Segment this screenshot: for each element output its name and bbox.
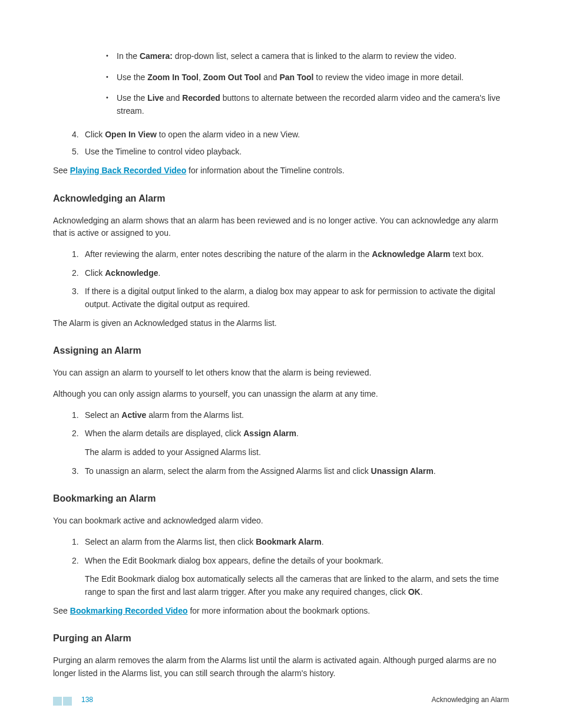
step-item: 3.If there is a digital output linked to…: [72, 285, 509, 311]
bullet-item: Use the Live and Recorded buttons to alt…: [106, 92, 509, 117]
acknowledging-intro: Acknowledging an alarm shows that an ala…: [53, 215, 509, 240]
step-item: 1.Select an alarm from the Alarms list, …: [72, 536, 509, 549]
purging-intro: Purging an alarm removes the alarm from …: [53, 654, 509, 680]
see-bookmark-paragraph: See Bookmarking Recorded Video for more …: [53, 605, 509, 618]
playing-back-recorded-video-link[interactable]: Playing Back Recorded Video: [70, 166, 186, 175]
bookmarking-substep: The Edit Bookmark dialog box automatical…: [85, 573, 509, 598]
assigning-intro-2: Although you can only assign alarms to y…: [53, 388, 509, 401]
step-item: 1.Select an Active alarm from the Alarms…: [72, 409, 509, 422]
bookmarking-steps: 1.Select an alarm from the Alarms list, …: [72, 536, 509, 599]
assigning-substep: The alarm is added to your Assigned Alar…: [85, 446, 509, 459]
assigning-heading: Assigning an Alarm: [53, 344, 509, 358]
see-playback-paragraph: See Playing Back Recorded Video for info…: [53, 164, 509, 177]
step-item: 2.When the alarm details are displayed, …: [72, 427, 509, 459]
acknowledging-heading: Acknowledging an Alarm: [53, 192, 509, 206]
footer-logo-icon: [53, 695, 75, 706]
bookmarking-recorded-video-link[interactable]: Bookmarking Recorded Video: [70, 606, 188, 615]
page-footer: 138 Acknowledging an Alarm: [53, 694, 509, 706]
step-item: 2.Click Acknowledge.: [72, 267, 509, 280]
assigning-steps: 1.Select an Active alarm from the Alarms…: [72, 409, 509, 478]
bullet-item: In the Camera: drop-down list, select a …: [106, 50, 509, 63]
footer-section-title: Acknowledging an Alarm: [432, 694, 509, 706]
bookmarking-intro: You can bookmark active and acknowledged…: [53, 515, 509, 528]
page-number: 138: [81, 694, 93, 706]
continued-steps: 4.Click Open In View to open the alarm v…: [72, 129, 509, 159]
acknowledging-steps: 1.After reviewing the alarm, enter notes…: [72, 248, 509, 311]
step-item: 1.After reviewing the alarm, enter notes…: [72, 248, 509, 261]
assigning-intro-1: You can assign an alarm to yourself to l…: [53, 367, 509, 380]
acknowledging-outro: The Alarm is given an Acknowledged statu…: [53, 317, 509, 330]
step-item: 4.Click Open In View to open the alarm v…: [72, 129, 509, 141]
camera-review-bullets: In the Camera: drop-down list, select a …: [106, 50, 509, 118]
step-item: 2.When the Edit Bookmark dialog box appe…: [72, 555, 509, 599]
bookmarking-heading: Bookmarking an Alarm: [53, 492, 509, 506]
step-item: 5.Use the Timeline to control video play…: [72, 146, 509, 159]
bullet-item: Use the Zoom In Tool, Zoom Out Tool and …: [106, 71, 509, 84]
purging-heading: Purging an Alarm: [53, 631, 509, 646]
footer-left: 138: [53, 694, 93, 706]
step-item: 3.To unassign an alarm, select the alarm…: [72, 465, 509, 478]
